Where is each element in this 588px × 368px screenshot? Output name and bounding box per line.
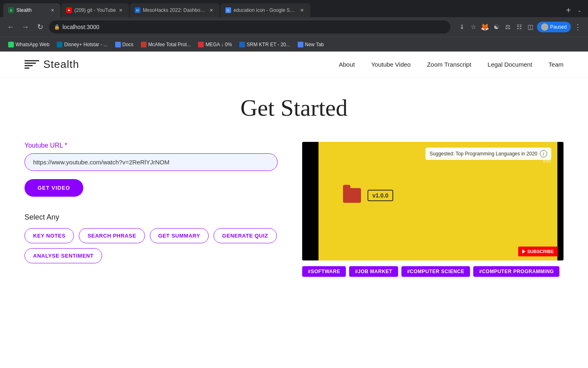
reload-button[interactable]: ↻ bbox=[34, 21, 46, 33]
video-black-left bbox=[302, 142, 318, 260]
bookmark-item-0[interactable]: WhatsApp Web bbox=[5, 40, 53, 49]
logo-icon bbox=[24, 60, 39, 69]
tab-title-stealth: Stealth bbox=[16, 7, 47, 13]
tab-stealth[interactable]: S Stealth ✕ bbox=[3, 3, 60, 17]
yt-play-icon bbox=[522, 249, 526, 254]
tab-close-education[interactable]: ✕ bbox=[299, 7, 305, 13]
nav-link-2[interactable]: Zoom Transcript bbox=[427, 61, 471, 68]
tab-bar: S Stealth ✕ ▶ (209) git - YouTube ✕ M Me… bbox=[0, 0, 588, 17]
tab-youtube[interactable]: ▶ (209) git - YouTube ✕ bbox=[61, 3, 129, 17]
main-content: Get Started Youtube URL * GET VIDEO Sele… bbox=[0, 78, 588, 293]
url-label: Youtube URL * bbox=[24, 142, 278, 149]
option-pill-0[interactable]: KEY NOTES bbox=[24, 228, 74, 243]
extensions-icon[interactable]: ☯ bbox=[491, 22, 501, 32]
profile-button[interactable]: Paused bbox=[537, 22, 571, 32]
bookmark-star-icon[interactable]: ☆ bbox=[468, 22, 478, 32]
bookmark-favicon-3 bbox=[141, 42, 147, 47]
option-pill-2[interactable]: GET SUMMARY bbox=[150, 228, 209, 243]
download-icon[interactable]: ⇓ bbox=[457, 22, 467, 32]
bookmark-favicon-6 bbox=[298, 42, 303, 47]
bookmark-favicon-1 bbox=[57, 42, 62, 47]
select-section: Select Any KEY NOTESSEARCH PHRASEGET SUM… bbox=[24, 213, 278, 263]
right-panel: Suggested: Top Programming Languages in … bbox=[302, 142, 564, 277]
get-video-button[interactable]: GET VIDEO bbox=[24, 179, 83, 197]
bookmark-favicon-5 bbox=[239, 42, 245, 47]
page-title: Get Started bbox=[24, 94, 564, 121]
video-tag-2[interactable]: #COMPUTER SCIENCE bbox=[401, 266, 470, 277]
logo-wrap: Stealth bbox=[24, 58, 79, 71]
content-row: Youtube URL * GET VIDEO Select Any KEY N… bbox=[24, 142, 564, 277]
puzzle-icon[interactable]: ⚖ bbox=[503, 22, 512, 32]
url-input-wrap[interactable] bbox=[24, 153, 278, 171]
profile-avatar bbox=[541, 23, 548, 31]
lock-icon: 🔒 bbox=[54, 24, 60, 30]
fox-icon: 🦊 bbox=[480, 22, 490, 32]
video-tag-0[interactable]: #SOFTWARE bbox=[302, 266, 346, 277]
info-icon[interactable]: i bbox=[540, 150, 547, 157]
tab-favicon-stealth: S bbox=[8, 7, 14, 13]
bookmark-item-5[interactable]: SRM KTR ET - 20... bbox=[236, 40, 293, 49]
option-pill-3[interactable]: GENERATE QUIZ bbox=[214, 228, 276, 243]
version-badge: v1.0.0 bbox=[368, 190, 393, 201]
address-bar: ← → ↻ 🔒 localhost:3000 ⇓ ☆ 🦊 ☯ ⚖ ☷ ◫ Pau… bbox=[0, 17, 588, 37]
url-input[interactable] bbox=[33, 159, 269, 166]
option-pill-4[interactable]: ANALYSE SENTIMENT bbox=[24, 248, 102, 263]
tab-title-mesohacks: MesoHacks 2022: Dashboard | bbox=[143, 7, 207, 13]
folder-icon bbox=[343, 188, 361, 203]
tab-favicon-mesohacks: M bbox=[135, 7, 140, 13]
new-tab-button[interactable]: + bbox=[563, 4, 574, 16]
tab-title-education: education icon - Google Searc... bbox=[234, 7, 297, 13]
video-suggestion: Suggested: Top Programming Languages in … bbox=[425, 148, 551, 160]
page-content: Stealth AboutYoutube VideoZoom Transcrip… bbox=[0, 52, 588, 293]
nav-link-4[interactable]: Team bbox=[548, 61, 564, 68]
back-button[interactable]: ← bbox=[5, 21, 16, 33]
profile-label: Paused bbox=[550, 24, 567, 30]
select-label: Select Any bbox=[24, 213, 278, 222]
navbar: Stealth AboutYoutube VideoZoom Transcrip… bbox=[0, 52, 588, 78]
tab-expand-button[interactable]: ⌄ bbox=[574, 7, 585, 13]
nav-link-1[interactable]: Youtube Video bbox=[371, 61, 411, 68]
bookmark-label-5: SRM KTR ET - 20... bbox=[247, 42, 290, 47]
address-text: localhost:3000 bbox=[62, 24, 445, 30]
bookmark-item-1[interactable]: Disney+ Hotstar - ... bbox=[53, 40, 111, 49]
tags-row: #SOFTWARE#JOB MARKET#COMPUTER SCIENCE#CO… bbox=[302, 266, 564, 277]
tab-close-mesohacks[interactable]: ✕ bbox=[208, 7, 215, 13]
tab-favicon-youtube: ▶ bbox=[66, 7, 72, 13]
bookmark-item-2[interactable]: Docs bbox=[112, 40, 137, 49]
suggestion-text: Suggested: Top Programming Languages in … bbox=[430, 151, 537, 157]
bookmark-favicon-4 bbox=[198, 42, 204, 47]
bookmarks-bar: WhatsApp WebDisney+ Hotstar - ...DocsMcA… bbox=[0, 37, 588, 52]
tab-favicon-education: G bbox=[225, 7, 231, 13]
tab-title-youtube: (209) git - YouTube bbox=[74, 7, 116, 13]
menu-button[interactable]: ⋮ bbox=[572, 21, 583, 33]
nav-link-0[interactable]: About bbox=[339, 61, 355, 68]
options-row: KEY NOTESSEARCH PHRASEGET SUMMARYGENERAT… bbox=[24, 228, 278, 263]
bookmark-item-6[interactable]: New Tab bbox=[294, 40, 327, 49]
bookmark-favicon-2 bbox=[115, 42, 121, 47]
logo-text: Stealth bbox=[43, 58, 79, 71]
video-tag-1[interactable]: #JOB MARKET bbox=[349, 266, 398, 277]
video-tag-3[interactable]: #COMPUTER PROGRAMMING bbox=[473, 266, 559, 277]
tab-close-stealth[interactable]: ✕ bbox=[49, 7, 56, 13]
video-info-label: Info bbox=[543, 158, 551, 164]
grid-icon[interactable]: ☷ bbox=[514, 22, 524, 32]
option-pill-1[interactable]: SEARCH PHRASE bbox=[79, 228, 145, 243]
sidebar-icon[interactable]: ◫ bbox=[526, 22, 535, 32]
tab-close-youtube[interactable]: ✕ bbox=[118, 7, 124, 13]
tab-mesohacks[interactable]: M MesoHacks 2022: Dashboard | ✕ bbox=[130, 3, 220, 17]
left-panel: Youtube URL * GET VIDEO Select Any KEY N… bbox=[24, 142, 278, 263]
forward-button[interactable]: → bbox=[20, 21, 31, 33]
video-black-right bbox=[557, 142, 564, 260]
tab-education[interactable]: G education icon - Google Searc... ✕ bbox=[220, 3, 310, 17]
video-container: Suggested: Top Programming Languages in … bbox=[302, 142, 564, 260]
bookmark-item-4[interactable]: MEGA ↓ 0% bbox=[195, 40, 235, 49]
bookmark-label-3: McAfee Total Prot... bbox=[148, 42, 191, 47]
browser-chrome: S Stealth ✕ ▶ (209) git - YouTube ✕ M Me… bbox=[0, 0, 588, 52]
bookmark-item-3[interactable]: McAfee Total Prot... bbox=[138, 40, 194, 49]
nav-link-3[interactable]: Legal Document bbox=[488, 61, 532, 68]
address-right-icons: ⇓ ☆ 🦊 ☯ ⚖ ☷ ◫ Paused ⋮ bbox=[457, 21, 583, 33]
subscribe-button[interactable]: SUBSCRIBE bbox=[518, 247, 558, 256]
address-input-wrap[interactable]: 🔒 localhost:3000 bbox=[49, 20, 450, 34]
bookmark-label-4: MEGA ↓ 0% bbox=[205, 42, 232, 47]
subscribe-label: SUBSCRIBE bbox=[527, 249, 554, 254]
